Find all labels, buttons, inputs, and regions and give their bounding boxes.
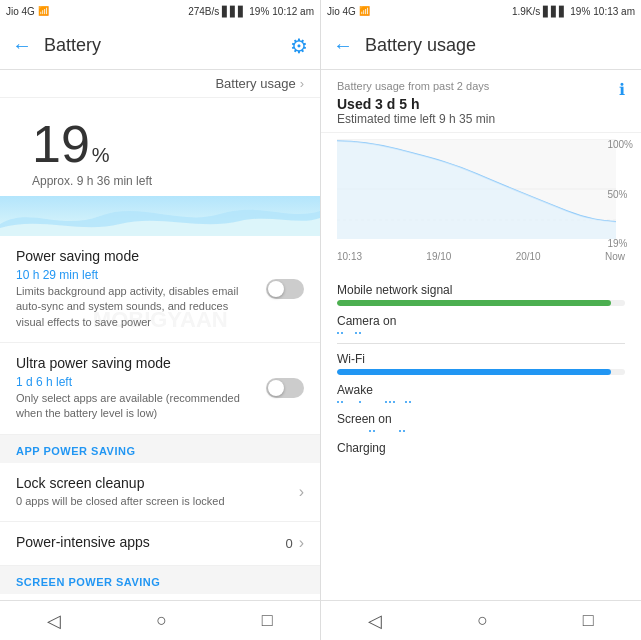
signal-row-mobile: Mobile network signal [337, 283, 625, 306]
page-title: Battery [44, 35, 101, 56]
wifi-icon: 📶 [38, 6, 49, 16]
screen-signal-bar [337, 429, 625, 433]
battery-section: 19 % Approx. 9 h 36 min left [0, 98, 320, 196]
carrier-right: Jio 4G [327, 6, 356, 17]
power-saving-title: Power saving mode [16, 248, 266, 264]
ultra-power-title: Ultra power saving mode [16, 355, 266, 371]
ultra-power-desc: Only select apps are available (recommen… [16, 391, 256, 422]
back-button[interactable]: ← [12, 34, 32, 57]
time-right: 10:13 am [593, 6, 635, 17]
battery-time-left: Approx. 9 h 36 min left [16, 174, 304, 196]
low-resolution-item[interactable]: Low resolution power saving Lower the sc… [0, 594, 320, 600]
battery-percent-number: 19 [32, 118, 90, 170]
y-label-19: 19% [607, 238, 633, 249]
mobile-signal-label: Mobile network signal [337, 283, 625, 297]
data-speed: 274B/s [188, 6, 219, 17]
signal-right-icon: ▋▋▋ [543, 6, 567, 17]
awake-signal-label: Awake [337, 383, 625, 397]
awake-signal-bar [337, 400, 625, 404]
usage-from-label: Battery usage from past 2 days [337, 80, 495, 92]
signal-row-awake: Awake [337, 383, 625, 404]
charging-signal-bar [337, 458, 625, 462]
usage-estimated: Estimated time left 9 h 35 min [337, 112, 495, 126]
power-saving-item[interactable]: Power saving mode 10 h 29 min left Limit… [0, 236, 320, 343]
signal-row-wifi: Wi-Fi [337, 352, 625, 375]
left-panel: Jio 4G 📶 274B/s ▋▋▋ 19% 10:12 am ← Batte… [0, 0, 320, 640]
usage-used: Used 3 d 5 h [337, 96, 495, 112]
x-label-4: Now [605, 251, 625, 262]
battery-left: 19% [249, 6, 269, 17]
nav-home-button-right[interactable]: ○ [477, 610, 488, 631]
right-page-title: Battery usage [365, 35, 476, 56]
chart-svg [321, 139, 616, 249]
y-label-100: 100% [607, 139, 633, 150]
usage-info: Battery usage from past 2 days Used 3 d … [321, 70, 641, 133]
right-panel: Jio 4G 📶 1.9K/s ▋▋▋ 19% 10:13 am ← Batte… [320, 0, 641, 640]
screen-power-saving-header: SCREEN POWER SAVING [0, 566, 320, 594]
ultra-power-item[interactable]: Ultra power saving mode 1 d 6 h left Onl… [0, 343, 320, 435]
lock-screen-title: Lock screen cleanup [16, 475, 299, 491]
status-bar-left: Jio 4G 📶 274B/s ▋▋▋ 19% 10:12 am [0, 0, 320, 22]
app-power-saving-header: APP POWER SAVING [0, 435, 320, 463]
camera-signal-bar [337, 331, 625, 335]
data-speed-right: 1.9K/s [512, 6, 540, 17]
settings-list: Power saving mode 10 h 29 min left Limit… [0, 236, 320, 600]
nav-recent-button-right[interactable]: □ [583, 610, 594, 631]
time-left: 10:12 am [272, 6, 314, 17]
lock-screen-item[interactable]: Lock screen cleanup 0 apps will be close… [0, 463, 320, 522]
battery-wave-graphic [0, 196, 320, 236]
left-header: ← Battery ⚙ [0, 22, 320, 70]
battery-usage-link[interactable]: Battery usage [215, 76, 295, 91]
right-header: ← Battery usage [321, 22, 641, 70]
battery-usage-content: Battery usage from past 2 days Used 3 d … [321, 70, 641, 600]
ultra-power-toggle[interactable] [266, 378, 304, 398]
power-saving-toggle[interactable] [266, 279, 304, 299]
signal-row-camera: Camera on [337, 314, 625, 335]
x-label-2: 19/10 [426, 251, 451, 262]
wifi-signal-label: Wi-Fi [337, 352, 625, 366]
x-label-3: 20/10 [516, 251, 541, 262]
x-label-1: 10:13 [337, 251, 362, 262]
nav-back-button[interactable]: ◁ [47, 610, 61, 632]
battery-right: 19% [570, 6, 590, 17]
chevron-right-icon: › [300, 76, 304, 91]
nav-back-button-right[interactable]: ◁ [368, 610, 382, 632]
camera-signal-label: Camera on [337, 314, 625, 328]
wifi-right-icon: 📶 [359, 6, 370, 16]
screen-signal-label: Screen on [337, 412, 625, 426]
back-button-right[interactable]: ← [333, 34, 353, 57]
status-bar-right: Jio 4G 📶 1.9K/s ▋▋▋ 19% 10:13 am [321, 0, 641, 22]
signal-section: Mobile network signal Camera on Wi-Fi [321, 283, 641, 462]
ultra-power-time: 1 d 6 h left [16, 374, 256, 391]
battery-percent-sign: % [92, 144, 110, 167]
nav-recent-button[interactable]: □ [262, 610, 273, 631]
power-intensive-badge: 0 [285, 536, 292, 551]
info-icon[interactable]: ℹ [619, 80, 625, 99]
nav-bar-left: ◁ ○ □ [0, 600, 320, 640]
power-intensive-item[interactable]: Power-intensive apps 0 › [0, 522, 320, 566]
nav-bar-right: ◁ ○ □ [321, 600, 641, 640]
y-label-50: 50% [607, 189, 633, 200]
mobile-signal-bar [337, 300, 625, 306]
signal-icon: ▋▋▋ [222, 6, 246, 17]
signal-row-screen: Screen on [337, 412, 625, 433]
wifi-signal-bar [337, 369, 625, 375]
carrier-label: Jio 4G [6, 6, 35, 17]
chart-x-labels: 10:13 19/10 20/10 Now [321, 251, 641, 262]
nav-home-button[interactable]: ○ [156, 610, 167, 631]
lock-screen-chevron: › [299, 483, 304, 501]
power-intensive-chevron: › [299, 534, 304, 552]
charging-signal-label: Charging [337, 441, 625, 455]
gear-icon[interactable]: ⚙ [290, 34, 308, 58]
power-intensive-title: Power-intensive apps [16, 534, 150, 550]
power-saving-time: 10 h 29 min left [16, 267, 256, 284]
signal-row-charging: Charging [337, 441, 625, 462]
chart-y-labels: 100% 50% 19% [607, 139, 633, 249]
lock-screen-desc: 0 apps will be closed after screen is lo… [16, 494, 256, 509]
power-saving-desc: Limits background app activity, disables… [16, 284, 256, 330]
battery-chart: 100% 50% 19% 10:13 19/10 20/10 Now [321, 133, 641, 283]
